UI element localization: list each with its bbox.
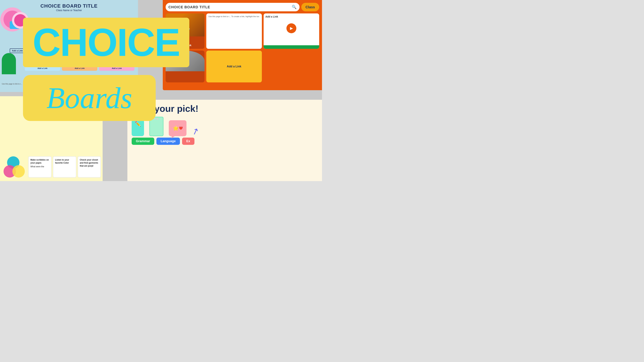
- bl-card-1-body: What were the: [30, 165, 49, 168]
- play-button[interactable]: ▶: [286, 23, 296, 33]
- tr-card-white: Use this page to link to r... To create …: [206, 13, 262, 49]
- bl-card-1: Make scribbles on your paper. What were …: [28, 156, 52, 178]
- choice-banner: CHOICE: [23, 18, 189, 67]
- boards-banner-text: Boards: [46, 83, 132, 113]
- arrow-icon: ↗: [190, 125, 200, 137]
- bottomright-title: Take your pick!: [132, 103, 318, 114]
- star-icon: ⭐: [173, 125, 179, 131]
- topright-instructions: Use this page to link to r... To create …: [206, 13, 262, 20]
- subject-btn-language[interactable]: Language: [156, 138, 180, 145]
- color-circles: [4, 156, 25, 178]
- subject-btn-ex[interactable]: Ex: [182, 138, 194, 145]
- add-link-tr5: Add a Link: [227, 65, 241, 68]
- subject-buttons: Grammar Language Ex: [132, 138, 318, 145]
- green-strip: [264, 45, 319, 49]
- search-input-topright[interactable]: CHOICE BOARD TITLE 🔍: [166, 3, 300, 11]
- bottomright-icons-row: ✏️ ⭐ ❤️ ↗: [132, 117, 318, 136]
- chat-card-icon: ⭐ ❤️: [169, 120, 186, 136]
- heart-icon: ❤️: [179, 126, 183, 130]
- bl-card-1-title: Make scribbles on your paper.: [30, 158, 49, 164]
- topleft-title: CHOICE BOARD TITLE: [0, 3, 138, 9]
- subject-btn-grammar[interactable]: Grammar: [132, 138, 154, 145]
- pencil-cup-icon: ✏️: [132, 120, 144, 136]
- circle-yellow: [12, 165, 25, 178]
- add-link-button-topleft[interactable]: Add a Link: [10, 48, 25, 53]
- choice-banner-text: CHOICE: [32, 23, 180, 62]
- topleft-header: CHOICE BOARD TITLE Class Name or Teacher: [0, 0, 138, 13]
- tr-card-play[interactable]: Add a Link ▶: [264, 13, 319, 49]
- bottom-left-cards: Make scribbles on your paper. What were …: [28, 156, 101, 178]
- use-page-text-topleft: Use this page to link to r...: [2, 83, 22, 85]
- spiral-dot-3: [156, 118, 158, 120]
- topleft-subtitle: Class Name or Teacher: [0, 9, 138, 12]
- topright-search-bar: CHOICE BOARD TITLE 🔍 Class: [166, 3, 319, 11]
- boards-banner: Boards: [23, 75, 156, 121]
- slide-bottomright: Take your pick! ✏️ ⭐ ❤️ ↗ Grammar Langua…: [128, 100, 322, 181]
- bl-card-2-title: Listen to your favorite Color: [55, 158, 74, 164]
- class-button[interactable]: Class: [301, 3, 319, 11]
- add-link-tr3: Add a Link: [264, 13, 319, 20]
- bl-card-3: Check your closet and find garments that…: [78, 156, 101, 178]
- bl-card-2: Listen to your favorite Color: [53, 156, 76, 178]
- bl-card-3-title: Check your closet and find garments that…: [80, 158, 99, 167]
- flower-green-decoration: [2, 53, 16, 74]
- tr-card-yellow[interactable]: Add a Link: [206, 50, 262, 82]
- search-icon-topright: 🔍: [292, 5, 297, 9]
